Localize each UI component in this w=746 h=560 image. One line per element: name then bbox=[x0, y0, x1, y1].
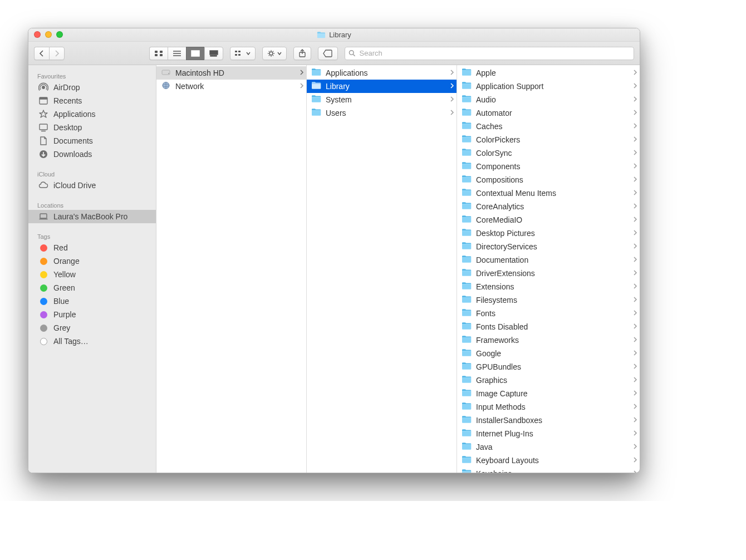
file-row[interactable]: Contextual Menu Items bbox=[457, 186, 640, 200]
file-row[interactable]: Audio bbox=[457, 93, 640, 106]
disclose-arrow-icon bbox=[633, 202, 637, 211]
file-row[interactable]: CoreMediaIO bbox=[457, 213, 640, 227]
icon-view-button[interactable] bbox=[149, 47, 168, 60]
sidebar-item[interactable]: Downloads bbox=[28, 148, 156, 161]
column-view-button[interactable] bbox=[186, 47, 204, 60]
disclose-arrow-icon bbox=[633, 95, 637, 104]
file-row[interactable]: GPUBundles bbox=[457, 360, 640, 374]
folder-icon bbox=[462, 161, 472, 171]
forward-button[interactable] bbox=[49, 47, 65, 60]
file-row[interactable]: Fonts bbox=[457, 307, 640, 320]
file-row[interactable]: DirectoryServices bbox=[457, 240, 640, 253]
file-row[interactable]: Fonts Disabled bbox=[457, 320, 640, 333]
file-label: Keyboard Layouts bbox=[476, 456, 629, 465]
svg-rect-0 bbox=[155, 51, 158, 53]
sidebar-item[interactable]: Purple bbox=[28, 308, 156, 321]
disclose-arrow-icon bbox=[633, 162, 637, 171]
sidebar-item[interactable]: Yellow bbox=[28, 268, 156, 281]
sidebar-item[interactable]: Green bbox=[28, 281, 156, 294]
folder-icon bbox=[462, 429, 472, 439]
file-row[interactable]: Applications bbox=[307, 66, 457, 80]
file-label: Frameworks bbox=[476, 336, 629, 345]
disclose-arrow-icon bbox=[633, 322, 637, 331]
sidebar-item[interactable]: iCloud Drive bbox=[28, 179, 156, 192]
zoom-button[interactable] bbox=[56, 31, 63, 38]
file-label: GPUBundles bbox=[476, 362, 629, 371]
nav-buttons bbox=[34, 47, 65, 60]
minimize-button[interactable] bbox=[45, 31, 52, 38]
folder-icon bbox=[462, 282, 472, 292]
file-row[interactable]: Graphics bbox=[457, 374, 640, 387]
file-label: Documentation bbox=[476, 256, 629, 264]
file-row[interactable]: ColorPickers bbox=[457, 133, 640, 146]
file-label: ColorSync bbox=[476, 149, 629, 158]
file-row[interactable]: Network bbox=[156, 80, 306, 93]
sidebar-item-label: Applications bbox=[53, 110, 96, 119]
file-row[interactable]: Internet Plug-Ins bbox=[457, 427, 640, 440]
search-input[interactable] bbox=[359, 48, 630, 58]
file-row[interactable]: DriverExtensions bbox=[457, 267, 640, 280]
sidebar-item[interactable]: Desktop bbox=[28, 121, 156, 134]
disclose-arrow-icon bbox=[633, 443, 637, 451]
file-row[interactable]: Input Methods bbox=[457, 400, 640, 414]
file-row[interactable]: Desktop Pictures bbox=[457, 227, 640, 240]
folder-icon bbox=[462, 215, 472, 225]
file-row[interactable]: CoreAnalytics bbox=[457, 200, 640, 213]
gallery-view-button[interactable] bbox=[204, 47, 223, 60]
file-row[interactable]: Documentation bbox=[457, 253, 640, 267]
file-row[interactable]: Apple bbox=[457, 66, 640, 80]
sidebar-item[interactable]: Red bbox=[28, 241, 156, 254]
file-row[interactable]: Caches bbox=[457, 120, 640, 133]
file-row[interactable]: Library bbox=[307, 80, 457, 93]
folder-icon bbox=[462, 362, 472, 372]
file-row[interactable]: Google bbox=[457, 347, 640, 360]
search-field[interactable] bbox=[345, 47, 634, 60]
file-row[interactable]: Extensions bbox=[457, 280, 640, 293]
tag-icon bbox=[38, 323, 48, 333]
search-icon bbox=[349, 50, 356, 57]
tags-button[interactable] bbox=[318, 47, 338, 60]
group-by-button[interactable] bbox=[230, 47, 256, 60]
sidebar-item[interactable]: Grey bbox=[28, 321, 156, 335]
disclose-arrow-icon bbox=[633, 269, 637, 278]
folder-icon bbox=[462, 148, 472, 158]
sidebar-item[interactable]: Laura's MacBook Pro bbox=[28, 210, 156, 223]
drive-icon bbox=[161, 68, 171, 78]
file-row[interactable]: Keychains bbox=[457, 467, 640, 473]
disclose-arrow-icon bbox=[633, 296, 637, 304]
file-label: Graphics bbox=[476, 376, 629, 385]
disclose-arrow-icon bbox=[633, 175, 637, 184]
file-row[interactable]: Keyboard Layouts bbox=[457, 454, 640, 467]
sidebar-item-label: iCloud Drive bbox=[53, 181, 96, 190]
sidebar-item[interactable]: AirDrop bbox=[28, 81, 156, 94]
file-row[interactable]: Application Support bbox=[457, 80, 640, 93]
svg-rect-7 bbox=[192, 51, 199, 56]
file-row[interactable]: Compositions bbox=[457, 173, 640, 186]
file-row[interactable]: Automator bbox=[457, 106, 640, 120]
file-row[interactable]: ColorSync bbox=[457, 146, 640, 160]
sidebar-item[interactable]: Orange bbox=[28, 254, 156, 268]
file-row[interactable]: Components bbox=[457, 160, 640, 173]
file-row[interactable]: Frameworks bbox=[457, 333, 640, 347]
action-menu-button[interactable] bbox=[262, 47, 287, 60]
sidebar-item[interactable]: Recents bbox=[28, 94, 156, 107]
share-button[interactable] bbox=[293, 47, 311, 60]
list-view-button[interactable] bbox=[168, 47, 186, 60]
file-row[interactable]: InstallerSandboxes bbox=[457, 414, 640, 427]
close-button[interactable] bbox=[34, 31, 41, 38]
back-button[interactable] bbox=[34, 47, 49, 60]
tag-icon bbox=[38, 296, 48, 306]
svg-rect-14 bbox=[215, 55, 217, 56]
sidebar-item[interactable]: Documents bbox=[28, 134, 156, 148]
sidebar-item[interactable]: All Tags… bbox=[28, 335, 156, 348]
sidebar-item[interactable]: Applications bbox=[28, 107, 156, 121]
sidebar-item[interactable]: Blue bbox=[28, 294, 156, 308]
file-row[interactable]: Macintosh HD bbox=[156, 66, 306, 80]
file-row[interactable]: Image Capture bbox=[457, 387, 640, 400]
file-row[interactable]: System bbox=[307, 93, 457, 106]
file-row[interactable]: Filesystems bbox=[457, 293, 640, 307]
file-row[interactable]: Users bbox=[307, 106, 457, 120]
file-row[interactable]: Java bbox=[457, 440, 640, 454]
disclose-arrow-icon bbox=[450, 95, 454, 104]
svg-point-30 bbox=[349, 51, 354, 55]
